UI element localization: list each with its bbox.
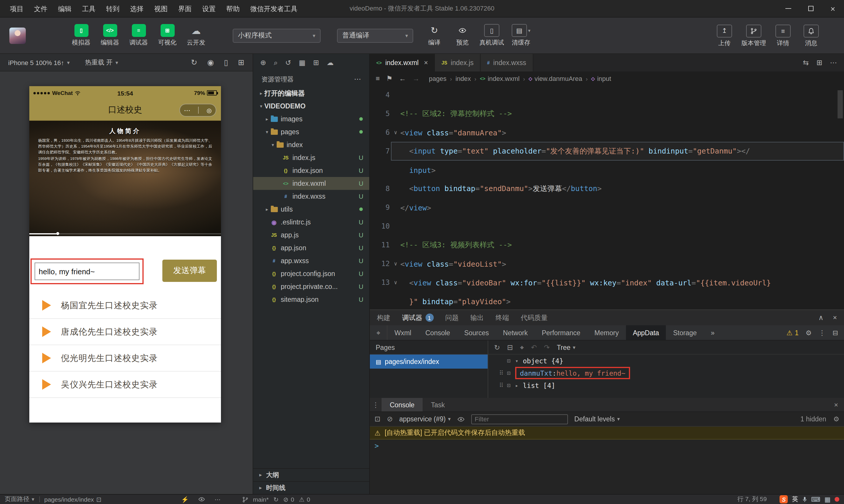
tree-item[interactable]: ◉.eslintrc.jsU xyxy=(253,216,369,229)
error-count[interactable]: ⊘0 xyxy=(283,496,294,503)
console-warning[interactable]: ⚠ [自动热重载] 已开启代码文件保存后自动热重载 xyxy=(370,427,844,439)
breadcrumb-item[interactable]: index xyxy=(455,75,471,82)
devtools-tab[interactable]: Wxml xyxy=(388,325,418,340)
fold-icon[interactable]: ∨ xyxy=(391,280,400,285)
appdata-row[interactable]: ⠿⊡ danmuTxt : hello, my friend~ xyxy=(488,367,844,379)
code-editor[interactable]: 4 5 <!-- 区域2: 弹幕控制样式 --> 6 ∨<view class=… xyxy=(370,86,844,309)
avatar[interactable] xyxy=(10,27,26,44)
tree-item[interactable]: {}sitemap.jsonU xyxy=(253,293,369,306)
console-prompt[interactable]: > xyxy=(370,439,844,452)
appdata-row[interactable]: ⠿⊡ ▸ list [4] xyxy=(488,379,844,392)
eye-icon[interactable] xyxy=(457,415,465,423)
layout-icon[interactable]: ⊞ xyxy=(816,59,822,67)
version-control-button[interactable]: 版本管理 xyxy=(738,24,769,47)
code-line[interactable]: 8 <button bindtap="sendDanmu">发送弹幕</butt… xyxy=(370,179,844,198)
code-line[interactable]: input> xyxy=(370,161,844,179)
split-editor-icon[interactable]: ⊞ xyxy=(313,59,319,67)
git-branch-label[interactable]: main* xyxy=(253,496,269,503)
menu-item[interactable]: 视图 xyxy=(149,0,173,17)
flash-icon[interactable]: ⚡ xyxy=(181,496,189,503)
code-line[interactable]: 6 ∨<view class="danmuArea"> xyxy=(370,123,844,142)
copy-icon[interactable]: ⊡ xyxy=(507,382,510,389)
editor-tab[interactable]: <> index.wxml × xyxy=(370,54,435,72)
console-settings-icon[interactable]: ⚙ xyxy=(833,415,839,423)
breadcrumb-item[interactable]: ◇view.danmuArea xyxy=(529,75,582,82)
branch-icon[interactable] xyxy=(242,496,248,503)
exit-icon[interactable]: ◎ xyxy=(206,107,212,113)
tree-item[interactable]: JSindex.jsU xyxy=(253,151,369,164)
compile-button[interactable]: ↻ 编译 xyxy=(420,24,448,47)
tree-item[interactable]: #index.wxssU xyxy=(253,190,369,203)
code-line[interactable]: }" bindtap="playVideo"> xyxy=(370,292,844,309)
top-frame-icon[interactable]: ⊡ xyxy=(375,415,380,423)
close-console-icon[interactable]: × xyxy=(834,400,844,409)
menu-item[interactable]: 设置 xyxy=(197,0,221,17)
menu-item[interactable]: 帮助 xyxy=(221,0,245,17)
code-line[interactable]: 4 xyxy=(370,86,844,104)
minimize-button[interactable] xyxy=(777,0,800,17)
explorer-section[interactable]: ▸打开的编辑器 xyxy=(253,87,369,100)
more-icon[interactable]: ⋯ xyxy=(184,106,190,114)
gear-icon[interactable]: ⚙ xyxy=(806,328,812,337)
video-list-item[interactable]: 杨国宜先生口述校史实录 xyxy=(29,292,221,319)
panel-tab[interactable]: 终端 xyxy=(496,313,509,322)
cloud-sync-icon[interactable]: ☁ xyxy=(327,59,334,67)
tree-item[interactable]: {}project.config.jsonU xyxy=(253,267,369,280)
devtools-tab[interactable]: Console xyxy=(418,325,457,340)
compile-select[interactable]: 普通编译▾ xyxy=(337,29,413,42)
appdata-row[interactable]: ⊡ ▾ object {4} xyxy=(488,355,844,367)
breadcrumb-item[interactable]: <>index.wxml xyxy=(480,75,520,82)
device-debug-button[interactable]: ▯ 真机调试 xyxy=(477,24,507,47)
levels-select[interactable]: Default levels ▾ xyxy=(574,415,620,422)
target-icon[interactable]: ⌖ xyxy=(520,343,524,351)
menu-item[interactable]: 选择 xyxy=(125,0,149,17)
explorer-section[interactable]: ▾VIDEODEMO xyxy=(253,100,369,112)
tree-item[interactable]: {}app.jsonU xyxy=(253,241,369,254)
warning-badge[interactable]: ⚠ 1 xyxy=(787,328,798,337)
devtools-tab[interactable]: Sources xyxy=(457,325,496,340)
close-button[interactable]: × xyxy=(822,0,844,17)
filter-input[interactable] xyxy=(471,414,568,424)
inspect-icon[interactable]: ⌖ xyxy=(370,325,388,340)
code-line[interactable]: 9 </view> xyxy=(370,198,844,217)
send-danmu-button[interactable]: 发送弹幕 xyxy=(162,259,217,282)
close-tab-icon[interactable]: × xyxy=(424,59,428,67)
expand-icon[interactable]: ▸ xyxy=(515,382,523,388)
debugger-button[interactable]: ≡ 调试器 xyxy=(124,24,153,47)
tree-item[interactable]: ▾pages xyxy=(253,125,369,138)
explorer-section[interactable]: ▸时间线 xyxy=(253,481,369,494)
multi-device-icon[interactable]: ⊞ xyxy=(238,58,245,67)
redo-icon[interactable]: ↷ xyxy=(544,343,550,351)
drag-handle-icon[interactable]: ⠿ xyxy=(499,370,503,376)
menu-item[interactable]: 微信开发者工具 xyxy=(245,0,303,17)
devtools-tab[interactable]: AppData xyxy=(626,325,666,340)
video-list-item[interactable]: 倪光明先生口述校史实录 xyxy=(29,345,221,372)
cursor-position[interactable]: 行 7, 列 59 xyxy=(737,495,767,503)
copy-icon[interactable]: ⊡ xyxy=(507,370,510,376)
back-icon[interactable]: ← xyxy=(399,74,406,83)
breadcrumb-item[interactable]: ◇input xyxy=(591,75,611,82)
tree-item[interactable]: {}index.jsonU xyxy=(253,164,369,177)
clear-cache-button[interactable]: ▤▾ 清缓存 xyxy=(507,24,535,47)
clear-console-icon[interactable]: ⊘ xyxy=(387,415,393,423)
current-page-path[interactable]: pages/index/index ⊡ xyxy=(44,496,102,503)
fold-icon[interactable]: ∨ xyxy=(391,261,400,267)
dock-icon[interactable]: ⊟ xyxy=(832,328,838,337)
ime-language-mode[interactable]: 英 xyxy=(792,495,798,503)
details-button[interactable]: ≡ 详情 xyxy=(769,24,797,47)
code-line[interactable]: 11 <!-- 区域3: 视频列表样式 --> xyxy=(370,236,844,254)
explorer-section[interactable]: ▸大纲 xyxy=(253,468,369,481)
simulator-button[interactable]: ▯ 模拟器 xyxy=(67,24,95,47)
devtools-tab[interactable]: Storage xyxy=(666,325,704,340)
expand-icon[interactable]: ▾ xyxy=(515,358,523,364)
tree-item[interactable]: ▾index xyxy=(253,138,369,151)
copy-icon[interactable]: ⊡ xyxy=(507,358,510,364)
panel-tab[interactable]: 调试器1 xyxy=(402,313,433,322)
more-actions-icon[interactable]: ⋯ xyxy=(354,75,361,83)
visualizer-button[interactable]: ⊞ 可视化 xyxy=(153,24,182,47)
video-player[interactable]: 人物简介 杨国宜，男，1930年出生，四川省南郡县人。1954年8月就读于四川师… xyxy=(29,121,221,236)
maximize-button[interactable] xyxy=(800,0,822,17)
copy-icon[interactable]: ⊡ xyxy=(96,496,102,503)
record-icon[interactable]: ◉ xyxy=(207,58,214,67)
tree-item[interactable]: #app.wxssU xyxy=(253,254,369,267)
